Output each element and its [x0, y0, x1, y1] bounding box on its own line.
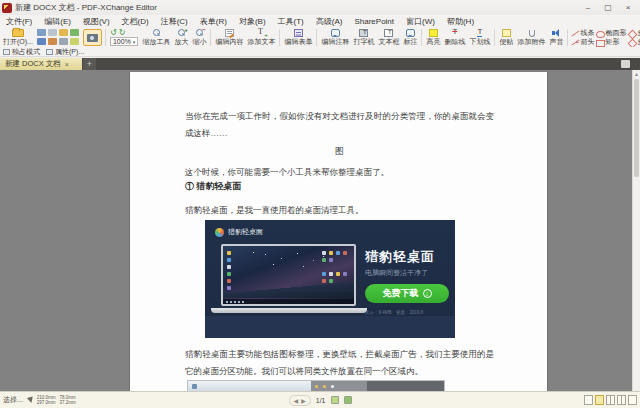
scrollbar-thumb[interactable]	[634, 79, 639, 177]
polyline-icon	[628, 39, 636, 46]
arrow-icon	[571, 39, 579, 46]
save-icon[interactable]	[37, 29, 46, 36]
menu-document[interactable]: 文档(D)	[116, 15, 155, 28]
single-page-view-icon[interactable]	[584, 395, 593, 405]
rotate-cw-icon[interactable]: ↻	[119, 29, 126, 36]
second-image-top-edge	[187, 380, 445, 391]
properties-button[interactable]: 属性(P)...	[46, 47, 84, 57]
undo-icon[interactable]	[37, 38, 46, 45]
comment-icon	[331, 29, 340, 37]
maximize-button[interactable]: ▢	[598, 1, 618, 14]
callout-button[interactable]: 标注	[401, 28, 419, 47]
text-box-button[interactable]: 文本框	[376, 28, 401, 47]
next-page-icon[interactable]: ▶	[301, 397, 306, 404]
paste-icon[interactable]	[70, 38, 79, 45]
rectangle-icon	[596, 39, 604, 46]
promo-bottom-band	[205, 316, 455, 338]
polygon-tool[interactable]: 多边形	[628, 29, 640, 37]
email-icon[interactable]	[59, 29, 68, 36]
magnifier-plus-icon: +	[177, 29, 186, 37]
zoom-level-select[interactable]: 100% ▾	[110, 37, 138, 46]
menu-sharepoint[interactable]: SharePoint	[348, 16, 400, 27]
tab-close-icon[interactable]: ×	[65, 61, 69, 68]
folder-icon	[12, 29, 24, 37]
menu-advanced[interactable]: 高级(A)	[310, 15, 349, 28]
redo-icon[interactable]	[48, 38, 57, 45]
line-icon	[571, 30, 579, 37]
polygon-group: 多边形 多边形	[627, 28, 640, 47]
polyline-tool[interactable]: 多边形	[628, 38, 640, 46]
pointer-icon	[27, 397, 33, 404]
continuous-view-icon[interactable]	[595, 395, 604, 405]
underline-button[interactable]: 下划线	[467, 28, 492, 47]
add-text-button[interactable]: 添加文本	[245, 28, 277, 47]
menu-file[interactable]: 文件(F)	[0, 15, 38, 28]
rectangle-tool[interactable]: 矩形	[596, 38, 626, 46]
quick-actions-group	[35, 28, 82, 47]
sticky-note-button[interactable]: 便贴	[497, 28, 515, 47]
attach-file-button[interactable]: 添加附件	[515, 28, 547, 47]
paragraph: 当你在完成一项工作时，假如你没有对文档进行及时的分类管理，你的桌面就会变成这样……	[185, 108, 494, 142]
open-button[interactable]: 打开(O)...	[1, 28, 35, 47]
zoom-in-button[interactable]: + 放大	[172, 28, 190, 47]
close-button[interactable]: ×	[618, 1, 638, 14]
vertical-scrollbar[interactable]: ▲	[632, 70, 640, 391]
paragraph: 猎豹轻桌面主要功能包括图标整理，更换壁纸，拦截桌面广告，我们主要使用的是它的桌面…	[185, 346, 494, 380]
promo-meta: 大小：9.4MB 更新：2019.8	[365, 310, 423, 315]
figure-caption: 图	[185, 146, 494, 158]
edit-form-button[interactable]: 编辑表单	[282, 28, 314, 47]
highlighter-icon	[429, 29, 438, 37]
export-icon[interactable]	[70, 29, 79, 36]
tab-list-icon[interactable]	[621, 60, 630, 68]
menu-tools[interactable]: 工具(T)	[272, 15, 310, 28]
two-page-view-icon[interactable]	[606, 395, 615, 405]
ellipse-rect-group: 椭圆形 矩形	[595, 28, 627, 47]
promo-tagline: 电脑瞬间整洁干净了	[365, 268, 428, 278]
edit-content-button[interactable]: 编辑内容	[213, 28, 245, 47]
tab-active-document[interactable]: 新建 DOCX 文档 ×	[0, 58, 82, 70]
typewriter-button[interactable]: 打字机	[351, 28, 376, 47]
ellipse-tool[interactable]: 椭圆形	[596, 29, 626, 37]
minimize-button[interactable]: –	[578, 1, 598, 14]
edit-comment-button[interactable]: 编辑注释	[319, 28, 351, 47]
zoom-out-button[interactable]: − 缩小	[190, 28, 208, 47]
desktop-icons-left	[227, 251, 231, 290]
strikethrough-button[interactable]: 删除线	[442, 28, 467, 47]
highlight-button[interactable]: 高亮	[424, 28, 442, 47]
zoom-tool-button[interactable]: 缩放工具	[140, 28, 172, 47]
print-icon[interactable]	[48, 29, 57, 36]
menu-form[interactable]: 表单(R)	[194, 15, 233, 28]
prev-page-icon[interactable]: ◀	[294, 397, 299, 404]
line-tool[interactable]: 线条	[571, 29, 594, 37]
menu-edit[interactable]: 编辑(E)	[38, 15, 77, 28]
page-nav-group: ◀ ▶	[289, 395, 311, 406]
menu-comment[interactable]: 注释(C)	[155, 15, 194, 28]
underline-icon	[475, 29, 484, 37]
text-box-icon	[384, 29, 393, 37]
fit-width-icon[interactable]	[344, 396, 352, 404]
paperclip-icon	[529, 30, 535, 37]
page-indicator: 1/1	[316, 397, 326, 404]
menu-help[interactable]: 帮助(H)	[441, 15, 480, 28]
full-screen-view-icon[interactable]	[628, 395, 637, 405]
line-arrow-group: 线条 箭头	[570, 28, 595, 47]
rotate-ccw-icon[interactable]: ↺	[110, 29, 117, 36]
arrow-tool[interactable]: 箭头	[571, 38, 594, 46]
fit-page-icon[interactable]	[331, 396, 339, 404]
sound-button[interactable]: 声音	[547, 28, 565, 47]
cursor-position-readout: 78.0mm 37.2mm	[60, 395, 76, 405]
exclusive-mode-button[interactable]: 独占模式	[3, 47, 40, 57]
menu-view[interactable]: 视图(V)	[77, 15, 116, 28]
desktop-icons-right-bottom	[322, 272, 350, 283]
copy-icon[interactable]	[59, 38, 68, 45]
select-tool-status[interactable]: 选择...	[3, 395, 23, 405]
menu-window[interactable]: 窗口(W)	[400, 15, 441, 28]
document-page: 当你在完成一项工作时，假如你没有对文档进行及时的分类管理，你的桌面就会变成这样……	[130, 72, 547, 391]
scroll-up-icon[interactable]: ▲	[633, 70, 640, 78]
menu-object[interactable]: 对象(B)	[233, 15, 272, 28]
snapshot-tool-button[interactable]	[83, 29, 102, 46]
document-viewport[interactable]: 当你在完成一项工作时，假如你没有对文档进行及时的分类管理，你的桌面就会变成这样……	[0, 70, 640, 391]
new-tab-button[interactable]: +	[83, 58, 96, 70]
paragraph: 这个时候，你可能需要一个小工具来帮你整理桌面了。	[185, 164, 494, 181]
two-page-continuous-view-icon[interactable]	[617, 395, 626, 405]
